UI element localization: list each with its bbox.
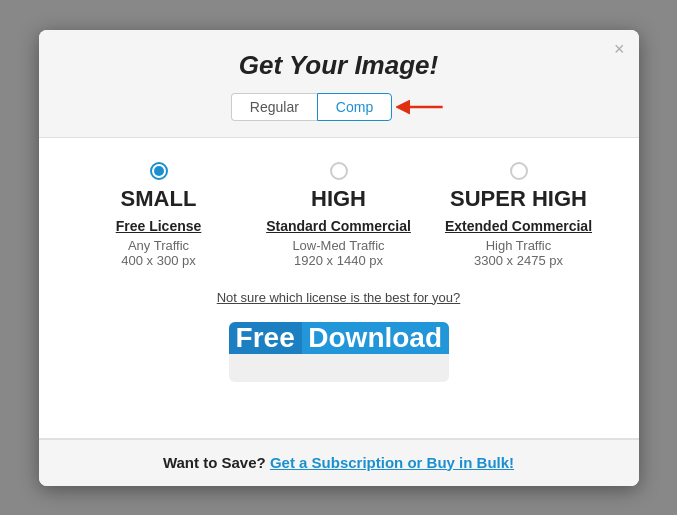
dimensions-super-high: 3300 x 2475 px (439, 253, 599, 268)
license-label-super-high: Extended Commercial (439, 218, 599, 234)
traffic-super-high: High Traffic (439, 238, 599, 253)
arrow-indicator (396, 93, 446, 121)
modal-body: SMALL Free License Any Traffic 400 x 300… (39, 138, 639, 438)
size-label-high: HIGH (259, 186, 419, 212)
free-download-button[interactable]: Free Download (229, 322, 449, 382)
dimensions-high: 1920 x 1440 px (259, 253, 419, 268)
tab-row-container: Regular Comp (69, 93, 609, 121)
dimensions-small: 400 x 300 px (79, 253, 239, 268)
option-small[interactable]: SMALL Free License Any Traffic 400 x 300… (69, 162, 249, 268)
help-link[interactable]: Not sure which license is the best for y… (217, 290, 461, 305)
traffic-high: Low-Med Traffic (259, 238, 419, 253)
tab-group: Regular Comp (231, 93, 392, 121)
license-label-high: Standard Commercial (259, 218, 419, 234)
close-button[interactable]: × (614, 40, 625, 58)
tab-comp[interactable]: Comp (317, 93, 392, 121)
size-label-small: SMALL (79, 186, 239, 212)
options-row: SMALL Free License Any Traffic 400 x 300… (69, 162, 609, 268)
footer-static-text: Want to Save? (163, 454, 266, 471)
size-label-super-high: SUPER HIGH (439, 186, 599, 212)
option-high[interactable]: HIGH Standard Commercial Low-Med Traffic… (249, 162, 429, 268)
modal: × Get Your Image! Regular Comp (39, 30, 639, 486)
help-link-container: Not sure which license is the best for y… (69, 288, 609, 306)
footer-text: Want to Save? Get a Subscription or Buy … (163, 454, 514, 471)
license-label-small: Free License (79, 218, 239, 234)
download-label: Download (302, 322, 449, 354)
modal-header: Get Your Image! Regular Comp (39, 30, 639, 138)
tab-regular[interactable]: Regular (231, 93, 317, 121)
free-label: Free (229, 322, 302, 354)
modal-title: Get Your Image! (69, 50, 609, 81)
radio-super-high[interactable] (510, 162, 528, 180)
modal-footer: Want to Save? Get a Subscription or Buy … (39, 439, 639, 486)
footer-subscription-link[interactable]: Get a Subscription or Buy in Bulk! (270, 454, 514, 471)
option-super-high[interactable]: SUPER HIGH Extended Commercial High Traf… (429, 162, 609, 268)
red-arrow-icon (396, 93, 446, 121)
radio-high[interactable] (330, 162, 348, 180)
radio-small[interactable] (150, 162, 168, 180)
traffic-small: Any Traffic (79, 238, 239, 253)
